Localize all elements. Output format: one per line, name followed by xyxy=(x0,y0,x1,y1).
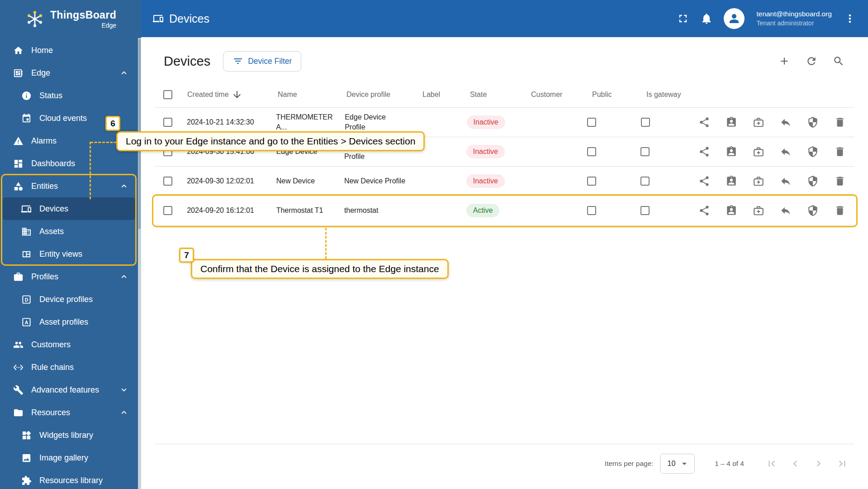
entities-highlight-outline xyxy=(1,174,137,266)
step-7-callout: Confirm that the Device is assigned to t… xyxy=(191,259,449,279)
step-6-connector-horizontal xyxy=(90,142,117,143)
step-6-callout: Log in to your Edge instance and go to t… xyxy=(116,131,425,151)
step-7-badge: 7 xyxy=(179,248,194,263)
step-6-badge: 6 xyxy=(105,116,120,131)
device-row-highlight-outline xyxy=(152,194,858,227)
tutorial-overlay: 6 Log in to your Edge instance and go to… xyxy=(0,0,868,489)
step-6-connector-vertical xyxy=(90,142,91,199)
step-7-connector xyxy=(325,228,327,259)
thingsboard-edge-app: D A xyxy=(0,0,868,489)
